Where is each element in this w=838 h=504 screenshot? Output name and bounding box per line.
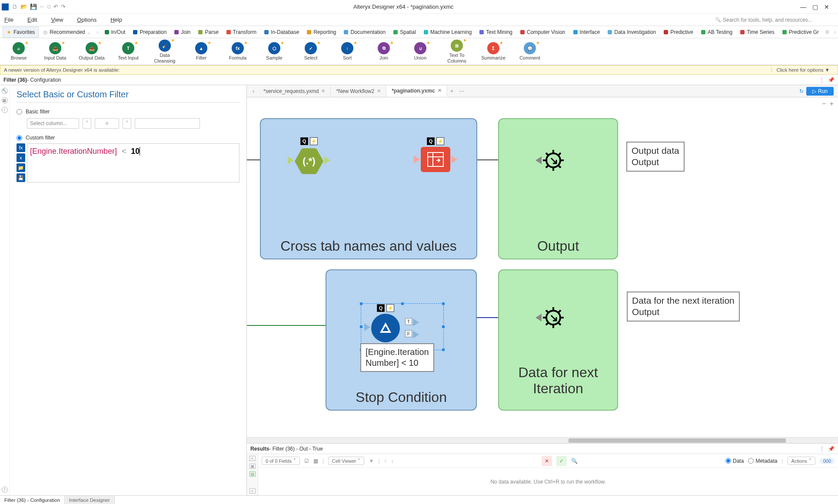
node-macro-output-1[interactable] xyxy=(542,149,565,172)
workflow-canvas[interactable]: − + Cross tab names and values Output St… xyxy=(247,97,838,443)
tab-more-icon[interactable]: ⋯ xyxy=(457,88,466,94)
cfg-tab-xml-icon[interactable]: ▦ xyxy=(2,97,8,103)
category-in-out[interactable]: In/Out xyxy=(101,27,129,38)
doc-tab[interactable]: *New Workflow2✕ xyxy=(331,86,386,97)
minimize-button[interactable]: — xyxy=(800,3,806,10)
category-text-mining[interactable]: Text Mining xyxy=(476,27,516,38)
palette-tool-summarize[interactable]: ★ΣSummarize xyxy=(479,42,508,60)
menu-file[interactable]: File xyxy=(4,17,13,23)
palette-tool-sort[interactable]: ★↕Sort xyxy=(333,42,362,60)
status-tab-interface[interactable]: Interface Designer xyxy=(65,496,115,504)
zoom-out-icon[interactable]: − xyxy=(822,100,826,108)
expression-editor[interactable]: [Engine.IterationNumber] < 10 xyxy=(27,143,239,182)
palette-tool-text-to-columns[interactable]: ★⊞Text To Columns xyxy=(442,40,471,63)
false-port-label[interactable]: F xyxy=(405,330,412,337)
node-filter[interactable]: Q⚡ T F xyxy=(371,304,400,342)
palette-tool-formula[interactable]: ★fxFormula xyxy=(223,42,252,60)
category-ab-testing[interactable]: AB Testing xyxy=(698,27,736,38)
canvas-hscroll[interactable] xyxy=(247,437,838,443)
annotation-next-iter[interactable]: Data for the next iteration Output xyxy=(627,292,740,322)
category-data-investigation[interactable]: Data Investigation xyxy=(604,27,659,38)
palette-tool-filter[interactable]: ★▲Filter xyxy=(187,42,216,60)
config-menu-icon[interactable]: ⋮ xyxy=(819,77,825,83)
category-reporting[interactable]: Reporting xyxy=(303,27,339,38)
category-predictive-gr[interactable]: Predictive Gr xyxy=(779,27,822,38)
qa-redo-icon[interactable]: ↷ xyxy=(61,3,66,10)
category-machine-learning[interactable]: Machine Learning xyxy=(420,27,475,38)
doc-tab[interactable]: *pagination.yxmc✕ xyxy=(386,86,447,97)
folder-button[interactable]: 📁 xyxy=(17,163,25,172)
palette-tool-text-input[interactable]: ★TText Input xyxy=(114,42,143,60)
category-recommended[interactable]: ◍Recommended ⌄ xyxy=(40,27,94,38)
close-tab-icon[interactable]: ✕ xyxy=(321,88,325,94)
results-cancel-button[interactable]: ✕ xyxy=(542,456,552,466)
tab-prev-icon[interactable]: ‹ xyxy=(249,88,258,94)
custom-filter-radio[interactable]: Custom filter xyxy=(17,135,239,141)
cfg-tab-tool-icon[interactable]: 🔧 xyxy=(2,88,8,94)
results-pin-icon[interactable]: 📌 xyxy=(828,446,835,452)
close-button[interactable]: ✕ xyxy=(824,3,829,10)
palette-tool-join[interactable]: ★⧉Join xyxy=(369,42,398,60)
run-history-icon[interactable]: ↻ xyxy=(799,88,804,94)
palette-tool-union[interactable]: ★∪Union xyxy=(406,42,435,60)
cfg-help-icon[interactable]: ? xyxy=(2,487,8,493)
results-view3-icon[interactable]: ▤ xyxy=(249,471,256,477)
data-radio[interactable]: Data xyxy=(725,458,744,464)
qa-new-icon[interactable]: 🗋 xyxy=(12,3,18,10)
results-menu-icon[interactable]: ⋮ xyxy=(819,446,825,452)
cat-scroll-right-icon[interactable]: › xyxy=(832,29,838,35)
run-button[interactable]: ▷ Run xyxy=(806,87,834,96)
palette-tool-sample[interactable]: ★⬡Sample xyxy=(260,42,289,60)
grid-icon[interactable]: ▦ xyxy=(313,458,318,464)
node-macro-output-2[interactable] xyxy=(542,306,565,329)
category-preparation[interactable]: Preparation xyxy=(130,27,170,38)
filter-icon[interactable]: ▼ xyxy=(369,458,374,464)
menu-edit[interactable]: Edit xyxy=(27,17,37,23)
palette-tool-output-data[interactable]: ★📤Output Data xyxy=(77,42,106,60)
sort-up-icon[interactable]: ↑ xyxy=(384,458,387,464)
qa-cut-icon[interactable]: ✂ xyxy=(40,3,44,10)
zoom-in-icon[interactable]: + xyxy=(830,100,834,108)
category-favorites[interactable]: ★Favorites xyxy=(3,27,39,38)
fx-button[interactable]: fx xyxy=(17,143,25,152)
category-parse[interactable]: Parse xyxy=(195,27,222,38)
actions-dropdown[interactable]: Actions ˅ xyxy=(788,457,815,465)
qa-save-icon[interactable]: 💾 xyxy=(30,3,37,10)
tab-add-icon[interactable]: + xyxy=(447,88,457,94)
category-documentation[interactable]: Documentation xyxy=(340,27,389,38)
value-input[interactable] xyxy=(135,118,200,129)
category-interface[interactable]: Interface xyxy=(570,27,604,38)
status-tab-config[interactable]: Filter (36) - Configuration xyxy=(0,496,65,504)
category-transform[interactable]: Transform xyxy=(223,27,260,38)
close-tab-icon[interactable]: ✕ xyxy=(377,88,381,94)
category-predictive[interactable]: Predictive xyxy=(660,27,697,38)
category-spatial[interactable]: Spatial xyxy=(390,27,419,38)
palette-tool-browse[interactable]: ★⌕Browse xyxy=(4,42,33,60)
cat-scroll-left-icon[interactable]: ‹ xyxy=(95,29,100,35)
check-icon[interactable]: ☑ xyxy=(304,458,309,464)
category-time-series[interactable]: Time Series xyxy=(737,27,778,38)
qa-undo-icon[interactable]: ↶ xyxy=(53,3,58,10)
save-expr-button[interactable]: 💾 xyxy=(17,173,25,182)
select-column-dropdown[interactable]: Select column... xyxy=(27,118,79,129)
container-next-iter[interactable]: Data for next Iteration xyxy=(498,269,618,411)
cellviewer-dropdown[interactable]: Cell Viewer ˅ xyxy=(328,457,364,465)
annotation-output[interactable]: Output data Output xyxy=(626,142,685,172)
palette-tool-input-data[interactable]: ★📥Input Data xyxy=(41,42,70,60)
doc-tab[interactable]: *service_requests.yxmd✕ xyxy=(258,86,331,97)
close-tab-icon[interactable]: ✕ xyxy=(438,88,442,93)
sort-down-icon[interactable]: ↓ xyxy=(391,458,394,464)
qa-open-icon[interactable]: 📂 xyxy=(20,3,27,10)
operator-chevron-icon[interactable]: ˅ xyxy=(123,118,131,129)
fields-dropdown[interactable]: 0 of 0 Fields ˅ xyxy=(262,457,300,465)
results-apply-button[interactable]: ✓ xyxy=(556,456,567,466)
annotation-filter-expr[interactable]: [Engine.Iteration Number] < 10 xyxy=(360,343,434,372)
operator-dropdown[interactable]: = xyxy=(95,118,119,129)
notice-options[interactable]: Click here for options ▼ xyxy=(771,67,834,73)
menu-options[interactable]: Options xyxy=(77,17,96,23)
results-view1-icon[interactable]: ≡ xyxy=(249,456,256,461)
qa-copy-icon[interactable]: ⧉ xyxy=(47,3,51,10)
menu-view[interactable]: View xyxy=(51,17,63,23)
category-join[interactable]: Join xyxy=(171,27,194,38)
true-port-label[interactable]: T xyxy=(405,318,412,325)
